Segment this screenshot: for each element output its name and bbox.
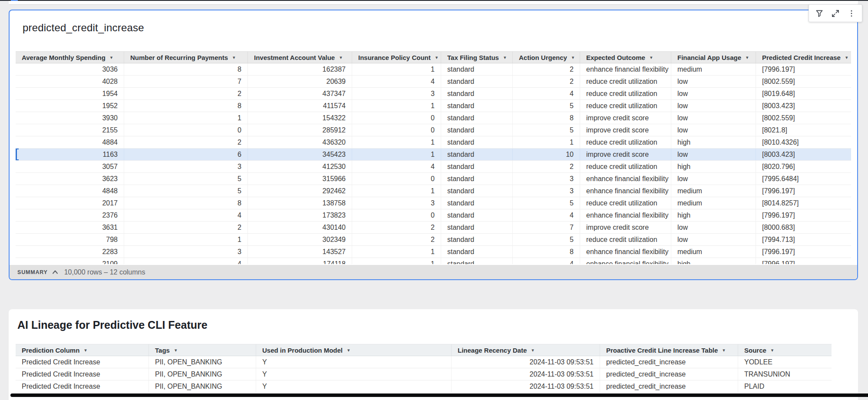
cell[interactable]: standard <box>441 258 513 264</box>
cell[interactable]: 3631 <box>16 221 124 233</box>
cell[interactable]: high <box>671 161 756 172</box>
column-header[interactable]: Predicted Credit Increase ▾ <box>756 52 851 63</box>
cell[interactable]: 154322 <box>248 112 352 124</box>
column-header[interactable]: Average Monthly Spending ▾ <box>16 52 124 63</box>
cell[interactable]: reduce credit utilization <box>580 197 671 209</box>
cell[interactable]: enhance financial flexibility <box>580 209 671 221</box>
cell[interactable]: medium <box>671 185 756 197</box>
cell[interactable]: [7996.197] <box>756 185 851 197</box>
cell[interactable]: low <box>671 76 756 87</box>
cell[interactable]: low <box>671 112 756 124</box>
cell[interactable]: 6 <box>124 149 248 160</box>
cell[interactable]: 4 <box>124 209 248 221</box>
cell[interactable]: 4 <box>352 76 441 87</box>
cell[interactable]: 5 <box>513 100 580 112</box>
cell[interactable]: 3036 <box>16 63 124 75</box>
cell[interactable]: improve credit score <box>580 221 671 233</box>
cell[interactable]: 345423 <box>248 149 352 160</box>
cell[interactable]: 4 <box>124 258 248 264</box>
cell[interactable]: standard <box>441 185 513 197</box>
cell[interactable]: 5 <box>513 197 580 209</box>
cell[interactable]: 2 <box>513 63 580 75</box>
cell[interactable]: standard <box>441 76 513 87</box>
cell[interactable]: enhance financial flexibility <box>580 258 671 264</box>
cell[interactable]: 8 <box>124 197 248 209</box>
cell[interactable]: [7994.713] <box>756 234 851 245</box>
cell[interactable]: 2 <box>352 221 441 233</box>
cell[interactable]: Y <box>256 368 452 380</box>
cell[interactable]: 3 <box>513 173 580 185</box>
cell[interactable]: enhance financial flexibility <box>580 173 671 185</box>
cell[interactable]: Predicted Credit Increase <box>16 380 149 392</box>
cell[interactable]: 8 <box>124 63 248 75</box>
expand-button[interactable] <box>828 7 842 20</box>
cell[interactable]: [8003.423] <box>756 149 851 160</box>
cell[interactable]: 8 <box>513 246 580 258</box>
cell[interactable]: [8019.648] <box>756 88 851 99</box>
cell[interactable]: 174118 <box>248 258 352 264</box>
cell[interactable]: 4 <box>513 209 580 221</box>
main-table-row[interactable]: 2283 3 143527 1 standard 8 enhance finan… <box>16 246 851 258</box>
cell[interactable]: 1 <box>352 63 441 75</box>
cell[interactable]: Predicted Credit Increase <box>16 356 149 368</box>
cell[interactable]: 1 <box>352 100 441 112</box>
column-header[interactable]: Insurance Policy Count ▾ <box>352 52 441 63</box>
cell[interactable]: 0 <box>352 112 441 124</box>
cell[interactable]: [7996.197] <box>756 63 851 75</box>
cell[interactable]: 0 <box>352 209 441 221</box>
cell[interactable]: 798 <box>16 234 124 245</box>
cell[interactable]: PII, OPEN_BANKING <box>149 368 256 380</box>
cell[interactable]: 0 <box>352 173 441 185</box>
column-header[interactable]: Used in Production Model ▾ <box>256 344 452 356</box>
cell[interactable]: 2 <box>124 88 248 99</box>
cell[interactable]: 315966 <box>248 173 352 185</box>
main-table-row[interactable]: 3631 2 430140 2 standard 7 improve credi… <box>16 221 851 234</box>
cell[interactable]: PLAID <box>738 380 832 392</box>
cell[interactable]: 1 <box>513 136 580 148</box>
lineage-table-row[interactable]: Predicted Credit Increase PII, OPEN_BANK… <box>16 368 832 380</box>
main-table-row[interactable]: 4884 2 436320 1 standard 1 reduce credit… <box>16 136 851 149</box>
cell[interactable]: 7 <box>513 221 580 233</box>
cell[interactable]: [7996.197] <box>756 246 851 258</box>
cell[interactable]: 2283 <box>16 246 124 258</box>
column-header[interactable]: Tags ▾ <box>149 344 256 356</box>
cell[interactable]: 4 <box>513 258 580 264</box>
cell[interactable]: 8 <box>124 100 248 112</box>
cell[interactable]: 8 <box>513 112 580 124</box>
lineage-table-row[interactable]: Predicted Credit Increase PII, OPEN_BANK… <box>16 356 832 368</box>
column-header[interactable]: Action Urgency ▾ <box>513 52 580 63</box>
cell[interactable]: low <box>671 149 756 160</box>
cell[interactable]: 1 <box>352 246 441 258</box>
main-table-row[interactable]: 4028 7 20639 4 standard 2 reduce credit … <box>16 76 851 88</box>
cell[interactable]: 2017 <box>16 197 124 209</box>
cell[interactable]: 3 <box>352 197 441 209</box>
cell[interactable]: [8010.4326] <box>756 136 851 148</box>
cell[interactable]: 5 <box>124 173 248 185</box>
cell[interactable]: 3057 <box>16 161 124 172</box>
cell[interactable]: 1954 <box>16 88 124 99</box>
cell[interactable]: TRANSUNION <box>738 368 832 380</box>
cell[interactable]: low <box>671 234 756 245</box>
cell[interactable]: 292462 <box>248 185 352 197</box>
cell[interactable]: 1163 <box>16 149 124 160</box>
column-header[interactable]: Number of Recurring Payments ▾ <box>124 52 248 63</box>
cell[interactable]: predicted_credit_increase <box>600 356 738 368</box>
cell[interactable]: [8021.8] <box>756 124 851 136</box>
cell[interactable]: 2376 <box>16 209 124 221</box>
cell[interactable]: reduce credit utilization <box>580 234 671 245</box>
column-header[interactable]: Expected Outcome ▾ <box>580 52 671 63</box>
cell[interactable]: Y <box>256 380 452 392</box>
cell[interactable]: medium <box>671 197 756 209</box>
cell[interactable]: 3623 <box>16 173 124 185</box>
cell[interactable]: 3 <box>352 88 441 99</box>
cell[interactable]: 3 <box>124 161 248 172</box>
cell[interactable]: 2155 <box>16 124 124 136</box>
cell[interactable]: 411574 <box>248 100 352 112</box>
cell[interactable]: 4848 <box>16 185 124 197</box>
column-header[interactable]: Prediction Column ▾ <box>16 344 149 356</box>
cell[interactable]: [8002.559] <box>756 112 851 124</box>
cell[interactable]: 4 <box>513 88 580 99</box>
cell[interactable]: 436320 <box>248 136 352 148</box>
cell[interactable]: 5 <box>513 124 580 136</box>
cell[interactable]: reduce credit utilization <box>580 161 671 172</box>
